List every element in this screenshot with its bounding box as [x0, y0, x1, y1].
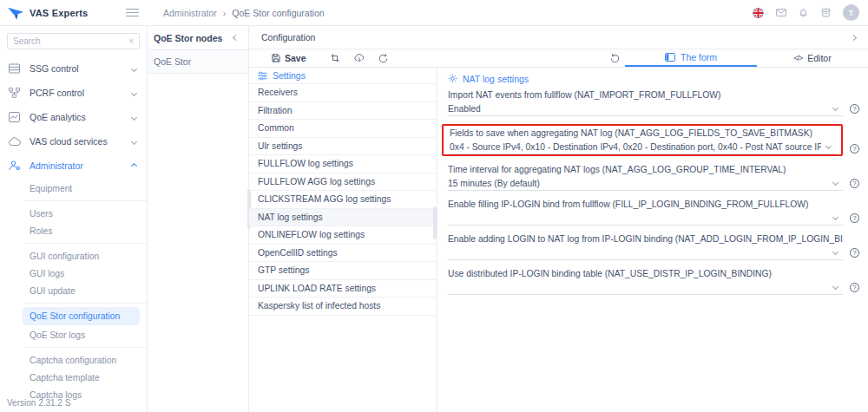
notifications-bell-icon[interactable]	[798, 7, 809, 18]
settings-nav-header: Settings	[249, 68, 437, 84]
sidebar-subitem-gui-configuration[interactable]: GUI configuration	[0, 247, 147, 265]
search-clear-icon[interactable]: ×	[128, 37, 134, 46]
topbar-actions: T	[753, 4, 868, 21]
save-button[interactable]: Save	[268, 49, 310, 67]
breadcrumb-page: QoE Stor configuration	[232, 8, 324, 18]
settings-nav-item-ulr-settings[interactable]: Ulr settings	[249, 138, 437, 156]
refresh-icon[interactable]	[604, 49, 625, 67]
help-icon[interactable]: ?	[850, 179, 859, 188]
select-fill-ip-login-binding[interactable]	[448, 211, 843, 226]
search-input[interactable]	[13, 36, 128, 46]
divider	[24, 347, 147, 348]
breadcrumb-section[interactable]: Administrator	[163, 8, 217, 18]
help-icon[interactable]: ?	[850, 144, 859, 154]
user-avatar[interactable]: T	[843, 4, 859, 21]
settings-nav: Settings Receivers Filtration Common Ulr…	[249, 68, 437, 412]
divider	[24, 303, 147, 304]
sidebar-subitem-qoe-stor-configuration[interactable]: QoE Stor configuration	[23, 307, 140, 325]
field-label: Use distributed IP-LOGIN binding table (…	[448, 268, 843, 280]
help-icon[interactable]: ?	[850, 283, 859, 292]
select-fields-to-save[interactable]: 0x4 - Source IPv4, 0x10 - Destination IP…	[450, 140, 836, 154]
sidebar-subitem-gui-logs[interactable]: GUI logs	[0, 265, 147, 282]
chevron-down-icon	[832, 179, 838, 185]
settings-nav-item-filtration[interactable]: Filtration	[249, 102, 437, 121]
tab-editor[interactable]: </> Editor	[757, 49, 868, 67]
sidebar-search[interactable]: ×	[7, 33, 140, 49]
select-add-login-from-binding[interactable]	[448, 245, 843, 260]
sidebar-subitem-gui-update[interactable]: GUI update	[0, 282, 147, 299]
settings-nav-item-uplink-load-rate[interactable]: UPLINK LOAD RATE settings	[249, 280, 437, 298]
expand-panel-icon[interactable]	[851, 34, 857, 40]
chevron-down-icon	[131, 89, 137, 95]
field-label: Time interval for aggregating NAT logs (…	[448, 164, 843, 176]
qoe-stor-nodes-panel: QoE Stor nodes QoE Stor	[148, 26, 249, 412]
sidebar-subitem-captcha-template[interactable]: Captcha template	[0, 369, 147, 386]
settings-nav-item-fullflow-agg-log[interactable]: FULLFLOW AGG log settings	[249, 173, 437, 192]
settings-nav-item-gtp[interactable]: GTP settings	[249, 262, 437, 280]
settings-nav-item-opencellid[interactable]: OpenCellID settings	[249, 245, 437, 263]
node-item-qoe-stor[interactable]: QoE Stor	[148, 50, 248, 74]
chevron-down-icon	[832, 213, 838, 219]
chevron-down-icon	[131, 65, 137, 71]
crop-icon[interactable]	[326, 54, 345, 62]
sidebar-item-label: Administrator	[30, 160, 132, 171]
archive-box-icon[interactable]	[820, 7, 832, 18]
select-time-interval[interactable]: 15 minutes (By default)	[448, 176, 843, 191]
settings-nav-item-fullflow-log[interactable]: FULLFLOW log settings	[249, 155, 437, 173]
sidebar-item-vas-cloud-services[interactable]: VAS cloud services	[0, 129, 147, 154]
field-label: Import NAT events from fullflow (NAT_IMP…	[448, 89, 843, 101]
divider	[24, 243, 147, 244]
scrollbar-thumb[interactable]	[433, 206, 437, 239]
settings-nav-item-clickstream-agg-log[interactable]: CLICKSTREAM AGG log settings	[249, 191, 437, 209]
admin-user-gear-icon	[9, 160, 21, 171]
configuration-panel: Configuration Save	[249, 26, 868, 412]
settings-nav-item-nat-log[interactable]: NAT log settings	[249, 209, 437, 227]
form-field-time-interval: Time interval for aggregating NAT logs (…	[448, 164, 861, 191]
app-window: VAS Experts Administrator › QoE Stor con…	[0, 0, 868, 412]
select-import-nat-events[interactable]: Enabled	[448, 101, 843, 116]
mail-icon[interactable]	[775, 7, 786, 18]
sidebar-item-ssg-control[interactable]: SSG control	[0, 56, 147, 81]
history-icon[interactable]	[374, 54, 393, 63]
top-bar: VAS Experts Administrator › QoE Stor con…	[0, 0, 868, 26]
help-icon[interactable]: ?	[850, 213, 859, 223]
language-flag-icon[interactable]	[753, 7, 764, 18]
chevron-down-icon	[131, 114, 137, 120]
chevron-down-icon	[832, 104, 838, 110]
tab-the-form[interactable]: The form	[625, 49, 757, 67]
sidebar-item-pcrf-control[interactable]: PCRF control	[0, 81, 147, 105]
settings-nav-item-kaspersky[interactable]: Kaspersky list of infected hosts	[249, 298, 437, 316]
collapse-panel-icon[interactable]	[233, 35, 239, 41]
sidebar-subitem-roles[interactable]: Roles	[0, 222, 147, 239]
tabs-bar: The form </> Editor	[604, 49, 868, 67]
nodes-panel-header: QoE Stor nodes	[148, 26, 248, 50]
settings-nav-item-receivers[interactable]: Receivers	[249, 84, 437, 102]
hamburger-menu-icon[interactable]	[126, 6, 139, 19]
configuration-title: Configuration	[261, 32, 315, 43]
settings-nav-item-common[interactable]: Common	[249, 120, 437, 138]
form-section-header: NAT log settings	[448, 71, 861, 86]
settings-nav-item-onlineflow-log[interactable]: ONLINEFLOW log settings	[249, 226, 437, 245]
sidebar-item-administrator[interactable]: Administrator	[0, 154, 147, 178]
help-icon[interactable]: ?	[850, 104, 859, 114]
sidebar-subitem-qoe-stor-logs[interactable]: QoE Stor logs	[0, 326, 147, 343]
cloud-download-icon[interactable]	[350, 54, 369, 62]
sidebar-subitem-equipment[interactable]: Equipment	[0, 180, 147, 197]
form-field-fields-to-save-highlighted: Fields to save when aggregating NAT log …	[448, 124, 861, 156]
vas-experts-logo-icon	[7, 5, 26, 21]
logo-text: VAS Experts	[30, 8, 88, 18]
select-use-distr-binding-table[interactable]	[448, 280, 843, 295]
tab-label: Editor	[807, 53, 831, 63]
logo-area: VAS Experts	[0, 5, 148, 21]
sliders-icon	[258, 71, 267, 81]
configuration-header: Configuration	[249, 26, 868, 49]
sidebar-item-qoe-analytics[interactable]: QoE analytics	[0, 105, 147, 129]
config-toolbar: Save	[249, 49, 868, 68]
field-value: 0x4 - Source IPv4, 0x10 - Destination IP…	[450, 142, 821, 152]
sidebar-subitem-captcha-configuration[interactable]: Captcha configuration	[0, 351, 147, 369]
toolbar-icon-group	[326, 49, 393, 67]
divider	[24, 200, 147, 201]
form-field-add-login-from-binding: Enable adding LOGIN to NAT log from IP-L…	[448, 233, 861, 260]
sidebar-subitem-users[interactable]: Users	[0, 205, 147, 222]
help-icon[interactable]: ?	[850, 248, 859, 258]
